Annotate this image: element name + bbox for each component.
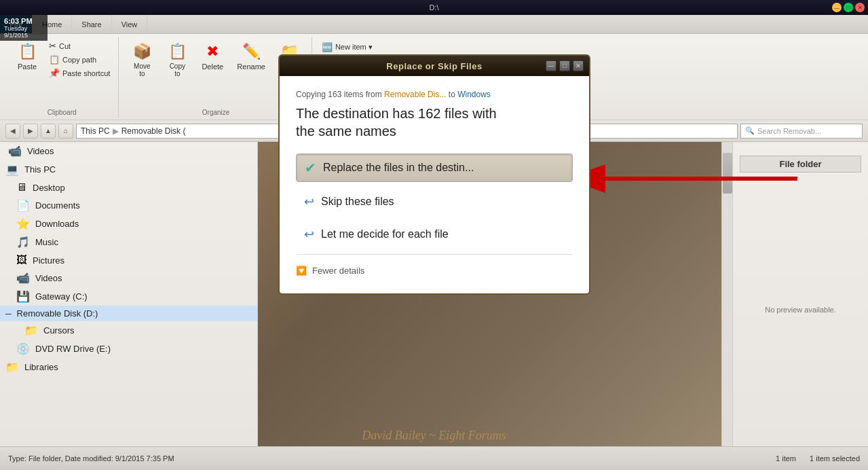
- nav-up-button[interactable]: ▲: [41, 124, 56, 139]
- sidebar-item-documents[interactable]: 📄 Documents: [0, 196, 257, 215]
- minimize-button[interactable]: —: [832, 3, 842, 12]
- maximize-button[interactable]: □: [844, 3, 853, 12]
- option-decide-label: Let me decide for each file: [321, 228, 449, 240]
- rename-icon: ✏️: [240, 41, 262, 62]
- ribbon-tabs: File Home Share View: [0, 15, 868, 34]
- sidebar-item-music[interactable]: 🎵 Music: [0, 233, 257, 251]
- removable-d-icon: ─: [5, 309, 12, 319]
- sidebar-item-desktop[interactable]: 🖥 Desktop: [0, 179, 257, 196]
- replace-check-icon: ✔: [305, 160, 316, 176]
- fewer-details-label: Fewer details: [312, 266, 364, 276]
- nav-forward-button[interactable]: ▶: [23, 124, 38, 139]
- pictures-icon: 🖼: [16, 254, 27, 266]
- option-decide[interactable]: ↩ Let me decide for each file: [296, 221, 573, 247]
- sidebar-item-cursors[interactable]: 📁 Cursors: [0, 321, 257, 340]
- move-to-button[interactable]: 📦 Move to: [126, 38, 158, 80]
- tab-share[interactable]: Share: [72, 15, 111, 33]
- copy-path-button[interactable]: 📋 Copy path: [46, 53, 113, 66]
- search-box[interactable]: 🔍 Search Removab...: [740, 124, 863, 139]
- scissors-icon: ✂: [49, 41, 56, 51]
- dialog-body: Copying 163 items from Removable Dis... …: [278, 76, 590, 295]
- replace-skip-dialog: Replace or Skip Files — □ ✕ Copying 163 …: [278, 54, 590, 295]
- paste-shortcut-icon: 📌: [49, 68, 60, 78]
- dialog-close-button[interactable]: ✕: [573, 60, 584, 71]
- dialog-titlebar: Replace or Skip Files — □ ✕: [278, 54, 590, 76]
- dialog-title: Replace or Skip Files: [386, 61, 482, 71]
- status-selected-count: 1 item selected: [810, 454, 860, 463]
- tab-view[interactable]: View: [112, 15, 148, 33]
- path-part-removable: Removable Disk (: [121, 126, 186, 136]
- clipboard-content: 📋 Paste ✂ Cut 📋 Copy path 📌 Paste shortc…: [11, 38, 113, 107]
- option-skip-label: Skip these files: [321, 196, 394, 208]
- sidebar-item-removable-d[interactable]: ─ Removable Disk (D:): [0, 306, 257, 321]
- sidebar-item-this-pc[interactable]: 💻 This PC: [0, 160, 257, 179]
- status-bar: Type: File folder, Date modified: 9/1/20…: [0, 446, 868, 470]
- date-text: 9/1/2015: [4, 32, 43, 39]
- documents-icon: 📄: [16, 199, 30, 212]
- desktop-icon: 🖥: [16, 181, 27, 194]
- scroll-thumb[interactable]: [723, 153, 732, 194]
- clipboard-small-buttons: ✂ Cut 📋 Copy path 📌 Paste shortcut: [46, 39, 113, 79]
- paste-shortcut-button[interactable]: 📌 Paste shortcut: [46, 67, 113, 79]
- datetime-display: 6:03 PM Tuesday 9/1/2015: [0, 15, 48, 41]
- time-text: 6:03 PM: [4, 17, 43, 25]
- file-folder-label: File folder: [740, 156, 861, 173]
- path-part-this-pc: This PC: [81, 126, 110, 136]
- new-item-icon: 🆕: [322, 42, 333, 52]
- sidebar-item-libraries[interactable]: 📁 Libraries: [0, 358, 257, 376]
- option-replace[interactable]: ✔ Replace the files in the destin...: [296, 153, 573, 182]
- dvd-e-icon: 💿: [16, 342, 30, 355]
- dialog-source: Removable Dis...: [384, 90, 446, 99]
- dialog-minimize-button[interactable]: —: [546, 60, 556, 71]
- dialog-dest: Windows: [457, 90, 491, 99]
- copy-icon: 📋: [166, 41, 188, 62]
- decide-icon: ↩: [304, 227, 314, 242]
- rename-button[interactable]: ✏️ Rename: [231, 38, 271, 73]
- status-item-count: 1 item: [776, 454, 796, 463]
- title-bar: D:\ — □ ✕: [0, 0, 868, 15]
- downloads-icon: ⭐: [16, 217, 30, 230]
- close-button[interactable]: ✕: [855, 3, 865, 12]
- dialog-subtitle: Copying 163 items from Removable Dis... …: [296, 90, 573, 99]
- fewer-details-icon: 🔽: [296, 266, 307, 276]
- cursors-icon: 📁: [24, 324, 38, 337]
- music-icon: 🎵: [16, 236, 30, 249]
- new-item-button[interactable]: 🆕 New item ▾: [319, 41, 375, 54]
- sidebar-item-videos-top[interactable]: 📹 Videos: [0, 142, 257, 160]
- search-icon: 🔍: [745, 126, 755, 135]
- nav-home-button[interactable]: ⌂: [58, 124, 73, 139]
- vertical-scrollbar[interactable]: [721, 142, 732, 446]
- delete-button[interactable]: ✖ Delete: [196, 38, 229, 73]
- option-skip[interactable]: ↩ Skip these files: [296, 189, 573, 215]
- copy-to-button[interactable]: 📋 Copy to: [161, 38, 193, 80]
- no-preview-text: No preview available.: [765, 306, 836, 314]
- sidebar-item-videos-bottom[interactable]: 📹 Videos: [0, 269, 257, 287]
- videos-top-icon: 📹: [8, 145, 22, 158]
- paste-button[interactable]: 📋 Paste: [11, 38, 43, 73]
- gateway-c-icon: 💾: [16, 290, 30, 303]
- dialog-headline: The destination has 162 files with the s…: [296, 105, 573, 140]
- right-panel: File folder No preview available.: [732, 142, 868, 446]
- dialog-maximize-button[interactable]: □: [559, 60, 570, 71]
- delete-icon: ✖: [202, 41, 223, 62]
- sidebar-item-dvd-e[interactable]: 💿 DVD RW Drive (E:): [0, 340, 257, 358]
- clipboard-section: 📋 Paste ✂ Cut 📋 Copy path 📌 Paste shortc…: [5, 37, 119, 118]
- sidebar: 📹 Videos 💻 This PC 🖥 Desktop 📄 Documents…: [0, 142, 258, 446]
- cut-button[interactable]: ✂ Cut: [46, 39, 113, 52]
- dialog-controls: — □ ✕: [546, 60, 584, 71]
- status-type-info: Type: File folder, Date modified: 9/1/20…: [8, 454, 174, 463]
- title-bar-controls: — □ ✕: [832, 3, 865, 12]
- this-pc-icon: 💻: [5, 163, 19, 176]
- move-icon: 📦: [131, 41, 153, 62]
- nav-back-button[interactable]: ◀: [5, 124, 20, 139]
- fewer-details-button[interactable]: 🔽 Fewer details: [296, 261, 573, 280]
- dialog-divider: [296, 254, 573, 255]
- paste-icon: 📋: [16, 41, 38, 62]
- path-separator-1: ▶: [113, 126, 119, 136]
- window-title: D:\: [429, 3, 438, 12]
- sidebar-item-pictures[interactable]: 🖼 Pictures: [0, 251, 257, 269]
- sidebar-item-downloads[interactable]: ⭐ Downloads: [0, 215, 257, 233]
- sidebar-item-gateway-c[interactable]: 💾 Gateway (C:): [0, 287, 257, 306]
- libraries-icon: 📁: [5, 361, 19, 374]
- option-replace-label: Replace the files in the destin...: [323, 162, 474, 174]
